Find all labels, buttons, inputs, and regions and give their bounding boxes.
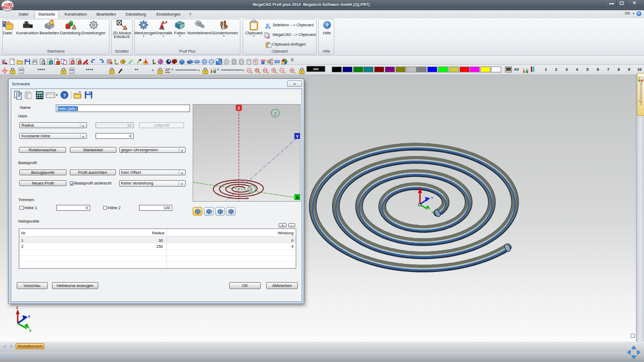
svg-text:2: 2 [274,111,276,116]
svg-text:Z: Z [16,306,18,309]
svg-text:X: X [431,211,434,214]
svg-text:2D: 2D [2,59,5,62]
svg-text:00: 00 [274,59,280,64]
svg-text:Y: Y [296,134,299,139]
svg-text:X: X [296,195,299,200]
svg-text:S: S [70,69,72,71]
svg-text:Y: Y [28,315,31,319]
svg-text:6: 6 [267,34,269,37]
svg-text:?: ? [325,22,328,28]
svg-text:Z: Z [237,106,240,110]
svg-text:X: X [29,329,32,333]
svg-text:1: 1 [250,187,253,193]
svg-text:S: S [19,69,21,71]
svg-text:?: ? [63,93,66,98]
svg-text:Y: Y [431,196,433,200]
